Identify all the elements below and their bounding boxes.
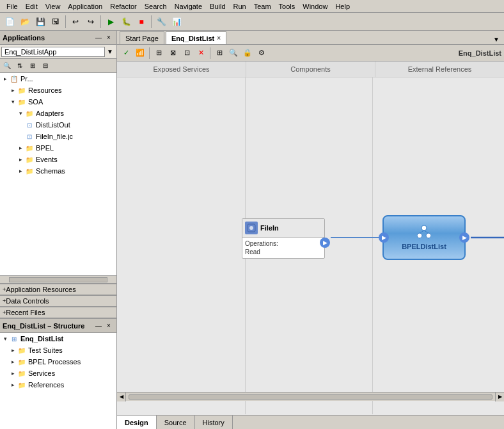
minimize-structure-button[interactable]: — [93,321,104,331]
filein-node[interactable]: FileIn Operations: Read ▶ [242,218,325,259]
run-button[interactable]: ▶ [104,15,118,29]
wifi-button[interactable]: 📶 [134,47,146,60]
properties-button[interactable]: 🔒 [241,47,254,60]
tab-history[interactable]: History [195,416,233,429]
menu-application[interactable]: Application [64,2,106,11]
app-scroll-thumb[interactable] [9,277,107,282]
close-structure-button[interactable]: × [104,321,114,331]
menu-tools[interactable]: Tools [275,2,299,11]
tab-source[interactable]: Source [157,416,195,429]
tree-item-root[interactable]: ▸ 📋 Pr... [0,73,116,85]
tree-item-events[interactable]: ▸ 📁 Events [0,154,116,165]
delete-button[interactable]: ✕ [194,47,207,60]
save-button[interactable]: 💾 [33,15,47,29]
toolbar-sep-3 [151,15,152,28]
save-all-button[interactable]: 🖫 [49,15,63,29]
add-service-button[interactable]: ⊞ [152,47,165,60]
app-resources-title: Application Resources [6,286,114,293]
new-button[interactable]: 📄 [3,15,17,29]
tree-item-filein[interactable]: ⊡ FileIn_file.jc [0,131,116,142]
menu-team[interactable]: Team [250,2,275,11]
tree-adapters-label: Adapters [36,109,64,117]
struct-item-bpelprocesses[interactable]: ▸ 📁 BPEL Processes [0,356,116,368]
svg-point-4 [417,233,422,238]
sort-button[interactable]: ⇅ [14,60,26,72]
menu-navigate[interactable]: Navigate [171,2,206,11]
struct-item-testsuites[interactable]: ▸ 📁 Test Suites [0,344,116,356]
stop-button[interactable]: ■ [134,15,148,29]
struct-item-root[interactable]: ▾ ⊞ Enq_DistList [0,333,116,344]
deploy-button[interactable]: 🔧 [154,15,168,29]
app-scrollbar[interactable] [0,276,116,284]
debug-button[interactable]: 🐛 [119,15,133,29]
add-component-button[interactable]: ⊠ [166,47,179,60]
zoom-in-button[interactable]: 🔍 [227,47,240,60]
tree-item-soa[interactable]: ▾ 📁 SOA [0,96,116,108]
recent-files-section[interactable]: + Recent Files [0,307,116,318]
expand-struct-root-icon: ▾ [1,335,9,343]
expand-soa-icon: ▾ [9,98,17,106]
open-button[interactable]: 📂 [18,15,32,29]
tab-close-icon[interactable]: × [217,35,221,42]
folder-soa-icon: 📁 [17,97,27,107]
minimize-applications-button[interactable]: — [93,33,104,43]
app-dropdown-button[interactable]: ▼ [105,47,115,57]
tree-item-adapters[interactable]: ▾ 📁 Adapters [0,108,116,119]
filein-title: FileIn [260,224,279,232]
add-reference-button[interactable]: ⊡ [180,47,193,60]
bpel-icon [417,225,431,240]
undo-button[interactable]: ↩ [68,15,83,29]
tree-item-distlistout[interactable]: ⊡ DistListOut [0,119,116,131]
profile-button[interactable]: 📊 [169,15,184,29]
tab-bar: Start Page Enq_DistList × ▼ [117,31,504,45]
validate-button[interactable]: ✓ [120,47,132,60]
filein-ops-label: Operations: [245,240,322,247]
settings-button[interactable]: ⚙ [255,47,268,60]
folder-adapters-icon: 📁 [24,108,35,118]
tree-item-resources[interactable]: ▸ 📁 Resources [0,85,116,96]
filein-port-right[interactable]: ▶ [320,238,330,248]
structure-header: Enq_DistList – Structure — × [0,319,116,333]
menu-search[interactable]: Search [141,2,171,11]
redo-button[interactable]: ↪ [84,15,98,29]
tab-menu-button[interactable]: ▼ [491,34,501,44]
scroll-thumb[interactable] [129,394,492,400]
tree-item-bpel[interactable]: ▸ 📁 BPEL [0,142,116,154]
menu-run[interactable]: Run [230,2,250,11]
expand-resources-icon: ▸ [9,86,17,94]
tree-soa-label: SOA [28,98,43,106]
filter-button[interactable]: 🔍 [1,60,13,72]
menu-edit[interactable]: Edit [22,2,42,11]
menu-view[interactable]: View [42,2,65,11]
app-selector-display[interactable]: Enq_DistListApp [1,47,105,57]
svg-point-1 [249,226,253,230]
collapse-all-button[interactable]: ⊟ [40,60,51,72]
menu-refactor[interactable]: Refactor [106,2,141,11]
menu-build[interactable]: Build [206,2,229,11]
tab-design[interactable]: Design [117,416,157,429]
tab-enq-distlist[interactable]: Enq_DistList × [166,31,226,44]
scroll-left-button[interactable]: ◀ [117,393,126,401]
file-distlistout-icon: ⊡ [24,120,35,130]
app-resources-section[interactable]: + Application Resources [0,284,116,295]
layout-button[interactable]: ⊞ [213,47,226,60]
struct-item-references[interactable]: ▸ 📁 References [0,379,116,391]
expand-all-button[interactable]: ⊞ [27,60,38,72]
menu-window[interactable]: Window [299,2,331,11]
tree-item-schemas[interactable]: ▸ 📁 Schemas [0,165,116,177]
menu-help[interactable]: Help [331,2,354,11]
expand-events-icon: ▸ [17,156,24,163]
bpel-node[interactable]: BPELDistList ▶ ▶ [382,215,466,260]
close-applications-button[interactable]: × [104,33,114,43]
tab-start-page[interactable]: Start Page [120,31,164,44]
data-controls-section[interactable]: + Data Controls [0,295,116,307]
canvas-hscroll[interactable]: ◀ ▶ [117,392,504,401]
scroll-right-button[interactable]: ▶ [495,393,504,401]
tree-schemas-label: Schemas [36,167,65,175]
folder-services-icon: 📁 [17,368,27,378]
bpel-port-right[interactable]: ▶ [459,232,469,243]
menu-file[interactable]: File [3,2,22,11]
struct-item-services[interactable]: ▸ 📁 Services [0,368,116,379]
svg-point-5 [426,233,431,238]
bpel-port-left[interactable]: ▶ [379,232,389,243]
